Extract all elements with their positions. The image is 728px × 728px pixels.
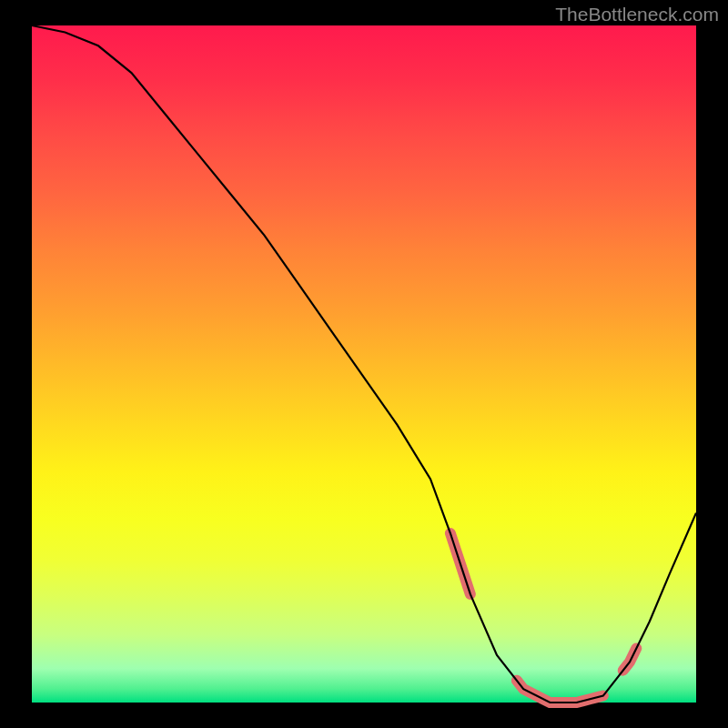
highlight-segments (450, 533, 636, 703)
main-curve (32, 25, 696, 703)
watermark-text: TheBottleneck.com (555, 4, 719, 25)
curve-svg (32, 25, 696, 703)
plot-area (32, 25, 696, 703)
